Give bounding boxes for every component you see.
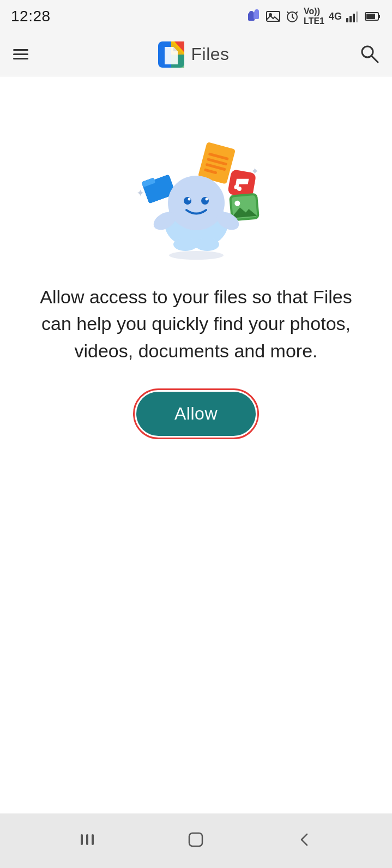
svg-line-20 <box>372 56 378 62</box>
app-logo <box>158 41 184 68</box>
back-nav-button[interactable] <box>295 830 315 852</box>
svg-rect-13 <box>378 15 380 18</box>
signal-icon <box>346 10 360 22</box>
svg-point-41 <box>184 197 191 205</box>
app-bar: Files <box>0 33 392 76</box>
svg-point-42 <box>201 197 209 205</box>
teams-icon <box>246 9 261 24</box>
bottom-nav <box>0 813 392 868</box>
svg-rect-7 <box>346 18 348 22</box>
allow-button-highlight <box>133 388 259 439</box>
svg-rect-52 <box>92 834 94 845</box>
svg-point-48 <box>195 238 219 251</box>
carrier-text: Vo))LTE1 <box>304 7 324 26</box>
description-text: Allow access to your files so that Files… <box>38 284 354 364</box>
app-title: Files <box>191 44 229 64</box>
svg-rect-50 <box>81 834 83 845</box>
alarm-icon <box>285 9 299 23</box>
svg-point-3 <box>249 11 254 15</box>
battery-icon <box>365 11 381 22</box>
main-content: ✦ ✦ ✦ <box>0 76 392 813</box>
svg-rect-8 <box>349 16 352 22</box>
status-icons: Vo))LTE1 4G <box>246 7 381 26</box>
network-4g: 4G <box>329 11 342 22</box>
svg-point-2 <box>255 9 259 14</box>
svg-point-43 <box>188 198 190 201</box>
svg-rect-51 <box>86 834 88 845</box>
status-bar: 12:28 Vo))LTE1 4G <box>0 0 392 33</box>
recents-nav-button[interactable] <box>77 830 97 852</box>
svg-rect-12 <box>366 14 375 19</box>
app-title-section: Files <box>158 41 229 68</box>
svg-point-44 <box>205 198 208 201</box>
svg-text:✦: ✦ <box>136 188 144 199</box>
mascot-illustration: ✦ ✦ ✦ <box>120 109 273 262</box>
status-time: 12:28 <box>11 8 51 25</box>
home-nav-button[interactable] <box>186 830 206 852</box>
svg-point-40 <box>168 176 225 230</box>
svg-rect-9 <box>353 14 355 22</box>
allow-button-wrapper: Allow <box>136 392 256 436</box>
svg-rect-10 <box>356 11 358 22</box>
search-button[interactable] <box>359 44 379 65</box>
svg-point-49 <box>169 251 224 260</box>
photo-icon <box>266 9 281 24</box>
hamburger-menu-button[interactable] <box>13 49 28 59</box>
svg-point-47 <box>173 238 197 251</box>
svg-rect-53 <box>189 833 202 846</box>
